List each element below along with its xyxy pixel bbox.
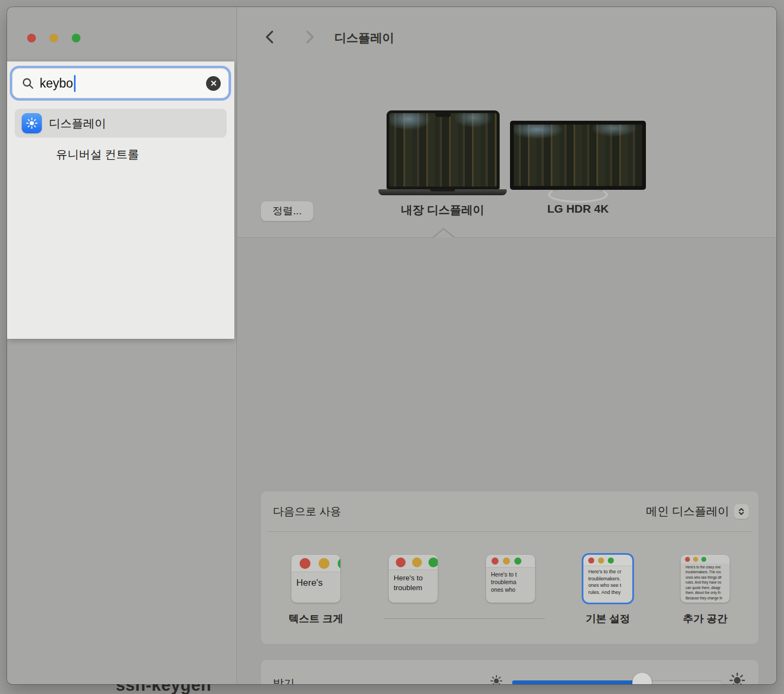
stepper-chevrons-icon xyxy=(734,504,749,519)
close-icon xyxy=(210,80,217,86)
brightness-slider[interactable] xyxy=(512,680,721,684)
scaling-preview-window: Here's to the cr troublemakers. ones who… xyxy=(583,555,632,603)
scaling-preview-window: Here's to troublem xyxy=(389,555,438,603)
sidebar: keybo xyxy=(7,7,237,684)
page-title: 디스플레이 xyxy=(334,30,394,46)
scaling-preview-window: Here's to the crazy one troublemakers. T… xyxy=(681,555,730,603)
desktop-screen: ssh-keygen keybo xyxy=(0,0,784,694)
scaling-preview-window: Here's xyxy=(291,555,340,603)
scaling-label-default: 기본 설정 xyxy=(559,612,657,626)
macbook-notch xyxy=(435,113,451,117)
brightness-high-icon xyxy=(729,672,746,684)
preview-text: Here's to troublem xyxy=(389,570,438,592)
macbook-base xyxy=(378,189,507,195)
wallpaper-forest xyxy=(514,125,642,186)
use-as-value: 메인 디스플레이 xyxy=(646,504,729,519)
preview-titlebar xyxy=(681,555,730,563)
background-window-strip: ssh-keygen xyxy=(0,684,784,694)
preview-text: Here's to the cr troublemakers. ones who… xyxy=(583,566,632,596)
search-results-panel: keybo xyxy=(7,61,234,339)
chevron-right-icon xyxy=(301,29,318,45)
scaling-option-more-space[interactable]: Here's to the crazy one troublemakers. T… xyxy=(681,555,730,603)
search-result-label: 디스플레이 xyxy=(49,116,106,131)
search-query-text: keybo xyxy=(40,76,73,91)
arrange-button[interactable]: 정렬... xyxy=(260,201,314,221)
scaling-option-default[interactable]: Here's to the cr troublemakers. ones who… xyxy=(583,555,632,603)
display-brightness-icon xyxy=(22,113,42,133)
clear-search-button[interactable] xyxy=(206,76,221,91)
search-result-displays[interactable]: 디스플레이 xyxy=(15,109,227,138)
resolution-card: 다음으로 사용 메인 디스플레이 xyxy=(260,491,759,645)
external-display-name: LG HDR 4K xyxy=(496,202,659,215)
system-settings-window: keybo xyxy=(7,7,776,684)
search-icon xyxy=(21,77,34,90)
preview-titlebar xyxy=(583,555,632,566)
search-input[interactable]: keybo xyxy=(12,68,229,98)
scaling-preview-window: Here's to t troublema ones who xyxy=(486,555,535,603)
builtin-display-thumbnail[interactable] xyxy=(387,110,500,189)
external-display-thumbnail[interactable] xyxy=(510,121,646,190)
macbook-lip xyxy=(430,189,455,191)
forward-button[interactable] xyxy=(301,29,318,45)
preview-titlebar xyxy=(486,555,535,568)
use-as-label: 다음으로 사용 xyxy=(273,504,341,519)
minimize-button[interactable] xyxy=(49,34,58,42)
search-result-universal-control[interactable]: 유니버설 컨트롤 xyxy=(15,140,227,169)
search-result-label: 유니버설 컨트롤 xyxy=(56,147,139,162)
brightness-label: 밝기 xyxy=(273,676,295,684)
back-button[interactable] xyxy=(262,29,278,45)
scaling-option-larger-text[interactable]: Here's xyxy=(291,555,340,603)
pane-header: 디스플레이 xyxy=(238,7,776,68)
card-divider xyxy=(267,531,752,532)
background-terminal-text: ssh-keygen xyxy=(116,684,211,694)
preview-titlebar xyxy=(389,555,438,570)
zoom-button[interactable] xyxy=(72,34,80,42)
preview-titlebar xyxy=(291,555,340,572)
brightness-card: 밝기 xyxy=(260,659,759,684)
scaling-option-2[interactable]: Here's to troublem xyxy=(389,555,438,603)
text-cursor xyxy=(74,75,76,92)
close-button[interactable] xyxy=(27,34,36,42)
preview-text: Here's to the crazy one troublemakers. T… xyxy=(681,563,730,600)
scaling-label-larger-text: 텍스트 크게 xyxy=(267,612,365,626)
display-settings-pane: 디스플레이 내장 디스플레이 LG HDR 4K 정렬... xyxy=(238,7,776,684)
display-selector-zone: 디스플레이 내장 디스플레이 LG HDR 4K 정렬... xyxy=(238,7,776,238)
scaling-option-3[interactable]: Here's to t troublema ones who xyxy=(486,555,535,603)
window-controls xyxy=(27,34,80,42)
settings-content: 다음으로 사용 메인 디스플레이 xyxy=(238,238,776,684)
selected-display-caret-fill xyxy=(433,230,454,238)
use-as-dropdown[interactable]: 메인 디스플레이 xyxy=(646,504,749,519)
wallpaper-forest xyxy=(389,113,497,187)
preview-text: Here's xyxy=(291,572,340,588)
use-as-row: 다음으로 사용 메인 디스플레이 xyxy=(261,491,758,531)
brightness-slider-fill xyxy=(512,680,642,684)
chevron-left-icon xyxy=(262,29,278,45)
scaling-connector-line xyxy=(384,618,545,619)
preview-text: Here's to t troublema ones who xyxy=(486,568,535,594)
brightness-low-icon xyxy=(489,674,503,684)
scaling-label-more-space: 추가 공간 xyxy=(656,612,754,626)
